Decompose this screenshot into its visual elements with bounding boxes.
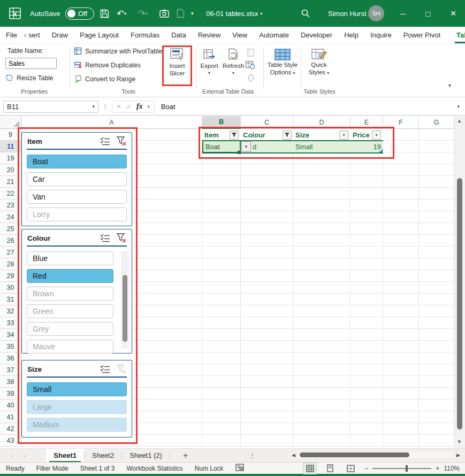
formula-content[interactable]: Boat [161,103,176,111]
svg-text:X: X [13,11,17,18]
resize-table-icon [5,74,13,82]
toggle-knob-icon [67,10,75,18]
table-style-options-icon [274,48,291,61]
unlink-icon [246,73,255,83]
page-layout-view-icon[interactable] [324,463,337,474]
scrollbar-thumb[interactable] [300,452,409,457]
undo-button[interactable]: ↶▾ [117,0,126,27]
tab-help[interactable]: Help [338,27,364,43]
sheet-tab-sheet2[interactable]: Sheet2 [85,449,121,462]
status-workbook-statistics[interactable]: Workbook Statistics [120,465,188,472]
properties-group-label: Properties [7,88,61,95]
status-filter-mode[interactable]: Filter Mode [31,465,74,472]
sheet-options-icon[interactable]: ⋮ [241,449,263,462]
redo-button: ↷▾ [138,0,148,27]
sheet-nav-right-icon[interactable]: › [19,449,31,462]
scrollbar-thumb[interactable] [457,178,462,429]
scroll-up-icon[interactable]: ▲ [457,118,462,124]
collapse-ribbon-icon[interactable]: ▾ [448,82,451,88]
formula-bar-separator-icon[interactable]: ⋮ [102,103,109,111]
name-box-dropdown-icon[interactable]: ▾ [92,104,95,109]
expand-formula-bar-icon[interactable]: ▾ [457,104,460,109]
normal-view-icon[interactable] [303,463,316,474]
horizontal-scrollbar[interactable]: ◀ ▶ [292,450,460,459]
tab-formulas[interactable]: Formulas [125,27,165,43]
status-bar: Ready Filter Mode Sheet 1 of 3 Workbook … [0,462,465,476]
scroll-right-icon[interactable]: ▶ [456,452,460,458]
tab-view[interactable]: View [226,27,253,43]
status-sheet-count[interactable]: Sheet 1 of 3 [74,465,121,472]
annotation-box-insert-slicer [162,45,192,86]
fx-dropdown-icon[interactable]: ▾ [148,104,150,109]
customize-quick-access-icon[interactable]: ▾ [191,0,194,27]
summarize-pivottable-button[interactable]: Summarize with PivotTable [74,47,162,55]
export-dropdown-icon: ▾ [208,70,210,77]
pivottable-icon [74,47,82,55]
refresh-dropdown-icon: ▾ [232,70,234,77]
zoom-level[interactable]: 110% [444,465,460,472]
status-ready[interactable]: Ready [0,465,31,472]
table-name-label: Table Name: [7,47,43,55]
table-styles-group-label: Table Styles [295,88,344,95]
autosave-label: AutoSave [30,0,60,27]
resize-table-button[interactable]: Resize Table [5,74,53,82]
vertical-scrollbar[interactable]: ▲ ▼ [454,116,465,448]
save-icon[interactable] [100,0,110,27]
external-table-data-group-label: External Table Data [196,88,260,95]
convert-to-range-button[interactable]: Convert to Range [74,75,135,83]
tab-draw[interactable]: Draw [46,27,74,43]
tab-file[interactable]: File [0,27,23,43]
tab-automate[interactable]: Automate [253,27,295,43]
page-break-preview-icon[interactable] [344,463,357,474]
tab-scroll-left-icon[interactable]: ‹ [23,27,27,43]
tab-data[interactable]: Data [165,27,192,43]
insert-function-icon[interactable]: fx [136,102,143,111]
tso-dropdown-icon: ▾ [293,71,295,75]
tab-page-layout[interactable]: Page Layout [74,27,125,43]
scroll-left-icon[interactable]: ◀ [292,452,295,458]
export-button[interactable]: Export ▾ [198,48,220,77]
export-icon [202,48,216,62]
zoom-slider-thumb[interactable] [406,465,408,472]
ribbon-tab-bar: File ‹ sert Draw Page Layout Formulas Da… [0,27,465,44]
status-num-lock[interactable]: Num Lock [189,465,230,472]
user-name[interactable]: Simon Hurst [328,0,367,27]
title-dropdown-icon: ▾ [260,11,262,16]
tab-review[interactable]: Review [192,27,227,43]
tab-developer[interactable]: Developer [295,27,338,43]
close-button[interactable]: × [442,0,464,27]
camera-icon[interactable] [159,0,169,27]
remove-duplicates-button[interactable]: Remove Duplicates [74,61,141,69]
search-icon[interactable] [301,0,310,27]
quick-styles-button[interactable]: Quick Styles ▾ [304,48,334,77]
name-box[interactable]: B11 ▾ [3,101,98,113]
tab-table-design[interactable]: Table Design [451,27,465,43]
file-title[interactable]: 06-01 tables.xlsx ▾ [206,0,262,27]
zoom-slider[interactable] [372,468,431,469]
minimize-button[interactable]: ─ [392,0,414,27]
zoom-out-icon[interactable]: − [364,465,368,472]
refresh-icon [227,48,240,62]
sheet-tab-sheet1[interactable]: Sheet1 [46,449,84,462]
tab-power-pivot[interactable]: Power Pivot [398,27,446,43]
maximize-button[interactable]: □ [417,0,439,27]
sheet-tab-sheet1-2[interactable]: Sheet1 (2) [122,449,170,462]
spreadsheet-grid: A B C D E F G 91119202122232425262728293… [0,116,465,448]
table-properties-icon [246,48,255,59]
ribbon-divider [70,47,70,89]
table-name-input[interactable] [5,58,57,69]
add-sheet-button[interactable]: + [170,449,201,462]
quick-styles-dropdown-icon: ▾ [327,71,329,75]
scroll-down-icon[interactable]: ▼ [457,439,462,444]
avatar[interactable]: SH [368,0,384,27]
tab-insert[interactable]: sert [27,27,46,43]
zoom-in-icon[interactable]: + [436,465,439,472]
table-style-options-button[interactable]: Table Style Options ▾ [265,48,300,77]
tab-inquire[interactable]: Inquire [364,27,398,43]
macro-record-icon[interactable] [230,464,250,473]
col-header-g[interactable]: G [419,116,454,129]
tools-group-label: Tools [96,88,161,95]
sheet-nav-left-icon[interactable]: ‹ [0,449,19,462]
autosave-toggle[interactable]: Off [65,0,94,27]
refresh-button[interactable]: Refresh ▾ [222,48,245,77]
